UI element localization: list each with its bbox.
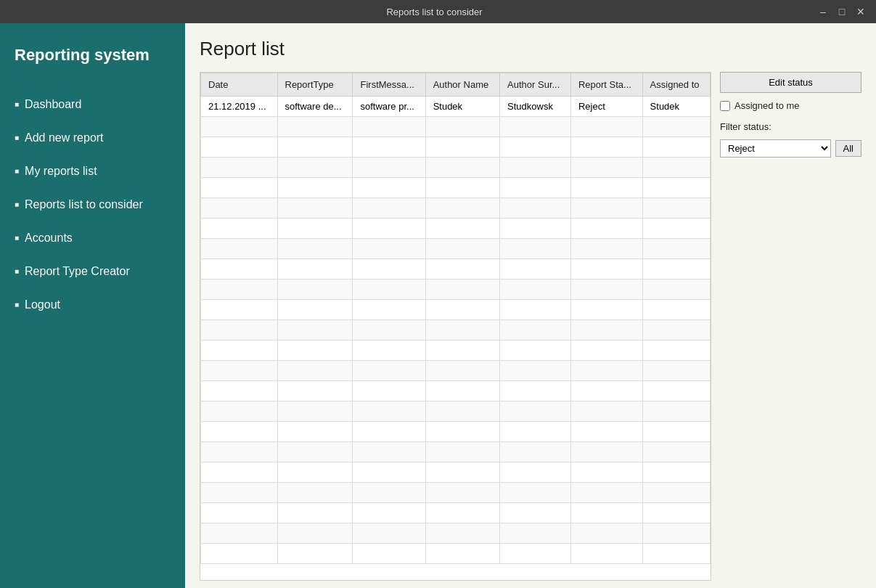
table-row[interactable]: 21.12.2019 ...software de...software pr.…: [201, 97, 711, 117]
minimize-button[interactable]: –: [816, 7, 830, 17]
table-cell-empty: [570, 320, 642, 340]
table-cell-empty: [570, 462, 642, 483]
table-cell-empty: [277, 523, 353, 544]
table-cell-empty: [642, 259, 710, 279]
table-cell-empty: [570, 158, 642, 178]
table-cell-empty: [570, 300, 642, 320]
sidebar-item-my-reports-list[interactable]: ■My reports list: [0, 155, 185, 188]
maximize-button[interactable]: □: [835, 7, 848, 17]
sidebar-item-report-type-creator[interactable]: ■Report Type Creator: [0, 255, 185, 288]
table-cell-empty: [570, 279, 642, 300]
table-cell-empty: [570, 523, 642, 544]
table-cell-empty: [425, 503, 499, 523]
table-cell-empty: [642, 401, 710, 422]
sidebar-item-dashboard[interactable]: ■Dashboard: [0, 88, 185, 121]
table-cell-empty: [570, 137, 642, 158]
table-cell-empty: [425, 442, 499, 462]
table-cell-empty: [642, 544, 710, 564]
table-wrapper: DateReportTypeFirstMessa...Author NameAu…: [200, 72, 711, 581]
table-cell-empty: [570, 198, 642, 219]
table-cell: Studkowsk: [500, 97, 571, 117]
assigned-to-me-checkbox[interactable]: [720, 101, 730, 111]
sidebar-item-label: Add new report: [25, 131, 104, 144]
table-cell-empty: [353, 239, 425, 259]
table-cell-empty: [277, 239, 353, 259]
table-cell-empty: [642, 279, 710, 300]
table-cell-empty: [277, 198, 353, 219]
table-section: DateReportTypeFirstMessa...Author NameAu…: [200, 72, 861, 581]
table-cell-empty: [201, 503, 278, 523]
table-row-empty: [201, 340, 711, 361]
table-cell-empty: [353, 503, 425, 523]
table-row-empty: [201, 544, 711, 564]
sidebar-item-reports-list-to-consider[interactable]: ■Reports list to consider: [0, 188, 185, 221]
table-cell-empty: [201, 279, 278, 300]
table-cell-empty: [353, 320, 425, 340]
table-body: 21.12.2019 ...software de...software pr.…: [201, 97, 711, 564]
sidebar-item-add-new-report[interactable]: ■Add new report: [0, 121, 185, 155]
table-cell-empty: [201, 137, 278, 158]
table-cell-empty: [642, 219, 710, 239]
filter-status-row: RejectOpenIn ProgressClosed All: [720, 139, 861, 158]
window-title: Reports list to consider: [52, 7, 816, 17]
table-cell-empty: [277, 158, 353, 178]
table-cell-empty: [570, 401, 642, 422]
table-cell-empty: [201, 320, 278, 340]
table-cell-empty: [353, 401, 425, 422]
table-row-empty: [201, 300, 711, 320]
table-cell-empty: [277, 340, 353, 361]
table-cell-empty: [425, 239, 499, 259]
table-row-empty: [201, 178, 711, 198]
table-cell-empty: [277, 442, 353, 462]
bullet-icon: ■: [15, 234, 19, 242]
bullet-icon: ■: [15, 167, 19, 175]
sidebar-item-label: Accounts: [25, 232, 73, 245]
table-cell: Studek: [425, 97, 499, 117]
col-header-assigned-to: Assigned to: [642, 73, 710, 97]
table-row-empty: [201, 523, 711, 544]
table-cell-empty: [353, 462, 425, 483]
sidebar-item-label: Reports list to consider: [25, 198, 143, 211]
table-cell-empty: [500, 462, 571, 483]
sidebar-item-logout[interactable]: ■Logout: [0, 288, 185, 322]
all-button[interactable]: All: [835, 140, 861, 157]
table-cell-empty: [201, 442, 278, 462]
table-row-empty: [201, 320, 711, 340]
sidebar-item-label: My reports list: [25, 165, 97, 178]
table-cell-empty: [500, 279, 571, 300]
table-cell-empty: [500, 361, 571, 381]
table-cell: 21.12.2019 ...: [201, 97, 278, 117]
table-cell-empty: [353, 178, 425, 198]
col-header-author-sur---: Author Sur...: [500, 73, 571, 97]
col-header-reporttype: ReportType: [277, 73, 353, 97]
table-cell: software de...: [277, 97, 353, 117]
table-cell-empty: [277, 219, 353, 239]
table-cell-empty: [642, 239, 710, 259]
table-cell-empty: [201, 219, 278, 239]
col-header-author-name: Author Name: [425, 73, 499, 97]
sidebar: Reporting system ■Dashboard■Add new repo…: [0, 23, 185, 588]
assigned-to-me-label: Assigned to me: [734, 100, 800, 111]
table-cell-empty: [642, 361, 710, 381]
table-cell-empty: [353, 422, 425, 442]
table-cell-empty: [425, 178, 499, 198]
table-cell-empty: [277, 279, 353, 300]
table-cell-empty: [201, 422, 278, 442]
filter-status-select[interactable]: RejectOpenIn ProgressClosed: [720, 139, 831, 158]
table-cell-empty: [570, 503, 642, 523]
close-button[interactable]: ✕: [854, 7, 867, 17]
edit-status-button[interactable]: Edit status: [720, 72, 861, 93]
table-cell-empty: [353, 381, 425, 401]
table-cell-empty: [201, 300, 278, 320]
col-header-firstmessa---: FirstMessa...: [353, 73, 425, 97]
table-cell-empty: [500, 259, 571, 279]
sidebar-item-accounts[interactable]: ■Accounts: [0, 221, 185, 255]
table-cell-empty: [570, 381, 642, 401]
table-cell-empty: [425, 320, 499, 340]
table-row-empty: [201, 442, 711, 462]
side-panel: Edit status Assigned to me Filter status…: [720, 72, 861, 581]
table-cell-empty: [277, 401, 353, 422]
table-row-empty: [201, 503, 711, 523]
table-cell-empty: [425, 544, 499, 564]
table-cell-empty: [353, 300, 425, 320]
